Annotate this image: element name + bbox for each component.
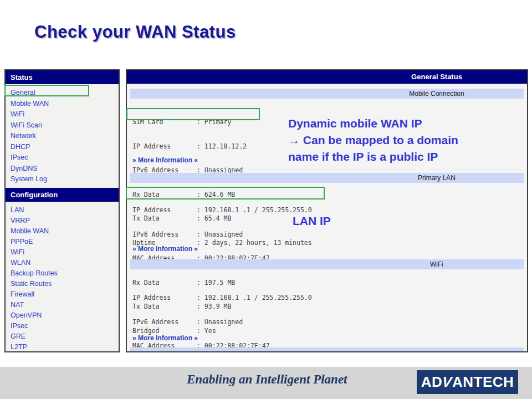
- sidebar-item-dyndns[interactable]: DynDNS: [11, 163, 119, 175]
- sidebar-item-vrrp[interactable]: VRRP: [11, 216, 119, 226]
- sidebar-item-l2tp[interactable]: L2TP: [11, 342, 119, 352]
- advantech-logo: ADVANTECH: [417, 370, 518, 394]
- annotation-line: name if the IP is a public IP: [288, 149, 458, 165]
- highlight-box-lan-ip: [126, 187, 325, 200]
- more-information-link-mobile[interactable]: » More Information «: [132, 156, 198, 164]
- section-title: Mobile Connection: [409, 89, 464, 99]
- slide: Check your WAN Status Status General Mob…: [0, 0, 532, 399]
- sidebar-item-wlan[interactable]: WLAN: [11, 258, 119, 268]
- panel-title: General Status: [411, 70, 462, 84]
- panel-title-bar: General Status: [127, 70, 527, 84]
- sidebar-item-network[interactable]: Network: [11, 131, 119, 142]
- sidebar-header-configuration: Configuration: [6, 188, 119, 202]
- annotation-wan-ip: Dynamic mobile WAN IP → Can be mapped to…: [288, 115, 458, 165]
- sidebar-item-system-log[interactable]: System Log: [11, 174, 119, 185]
- more-information-link-lan[interactable]: » More Information «: [132, 245, 198, 253]
- footer-tagline: Enabling an Intelligent Planet: [187, 372, 347, 387]
- footer: Enabling an Intelligent Planet ADVANTECH: [0, 367, 532, 399]
- annotation-line: → Can be mapped to a domain: [288, 132, 458, 149]
- sidebar-item-static-routes[interactable]: Static Routes: [11, 279, 119, 289]
- highlight-box-general: [4, 85, 89, 96]
- section-bar-mobile-connection: Mobile Connection: [130, 89, 524, 99]
- table-row: IP Address192.168.1 .1 / 255.255.255.0: [132, 206, 312, 214]
- table-row: IP Address112.18.12.2: [132, 142, 312, 151]
- section-title: Primary LAN: [418, 173, 456, 183]
- sidebar-item-openvpn[interactable]: OpenVPN: [11, 310, 119, 321]
- table-row: IPv6 AddressUnassigned: [132, 231, 312, 239]
- sidebar-item-gre[interactable]: GRE: [11, 331, 119, 342]
- sidebar-item-cfg-mobile-wan[interactable]: Mobile WAN: [11, 226, 119, 237]
- section-title: WiFi: [430, 259, 443, 269]
- sidebar-item-lan[interactable]: LAN: [11, 205, 119, 216]
- sidebar-item-backup-routes[interactable]: Backup Routes: [11, 268, 119, 279]
- sidebar-item-pppoe[interactable]: PPPoE: [11, 237, 119, 247]
- annotation-lan-ip: LAN IP: [293, 213, 331, 229]
- sidebar-header-status: Status: [6, 70, 119, 84]
- sidebar-item-firewall[interactable]: Firewall: [11, 289, 119, 300]
- table-row: IPv6 AddressUnassigned: [132, 318, 312, 326]
- sidebar-item-nat[interactable]: NAT: [11, 300, 119, 310]
- configuration-menu: LAN VRRP Mobile WAN PPPoE WiFi WLAN Back…: [6, 202, 119, 353]
- sidebar-item-dhcp[interactable]: DHCP: [11, 142, 119, 153]
- sidebar-item-wifi[interactable]: WiFi: [11, 109, 119, 120]
- section-bar-wifi: WiFi: [130, 259, 524, 269]
- sidebar-item-cfg-wifi[interactable]: WiFi: [11, 247, 119, 258]
- section-bar-primary-lan: Primary LAN: [130, 173, 524, 183]
- sidebar-item-wifi-scan[interactable]: WiFi Scan: [11, 120, 119, 131]
- status-menu: General Mobile WAN WiFi WiFi Scan Networ…: [6, 84, 119, 188]
- section-bar-partial: [130, 347, 524, 351]
- sidebar-item-mobile-wan[interactable]: Mobile WAN: [11, 99, 119, 110]
- sidebar-item-cfg-ipsec[interactable]: IPsec: [11, 321, 119, 331]
- annotation-line: Dynamic mobile WAN IP: [288, 115, 458, 132]
- table-row: IP Address192.168.1 .1 / 255.255.255.0: [132, 294, 312, 302]
- more-information-link-wifi[interactable]: » More Information «: [132, 334, 198, 342]
- highlight-box-wan-ip: [126, 108, 260, 120]
- sidebar-item-ipsec[interactable]: IPsec: [11, 152, 119, 163]
- router-sidebar: Status General Mobile WAN WiFi WiFi Scan…: [4, 69, 120, 352]
- slide-title: Check your WAN Status: [34, 22, 236, 42]
